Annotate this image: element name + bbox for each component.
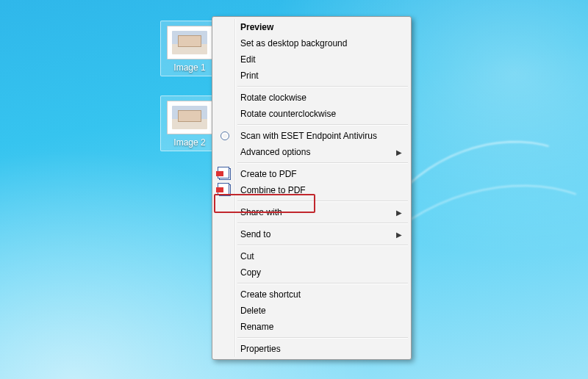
menu-item-label: Create shortcut <box>240 289 301 300</box>
menu-item-create-to-pdf[interactable]: Create to PDF <box>214 166 409 182</box>
menu-item-set-desktop-background[interactable]: Set as desktop background <box>214 35 409 51</box>
context-menu: Preview Set as desktop background Edit P… <box>212 16 412 360</box>
menu-item-rename[interactable]: Rename <box>214 319 409 335</box>
menu-item-label: Scan with ESET Endpoint Antivirus <box>240 131 377 141</box>
menu-item-label: Preview <box>240 22 273 32</box>
menu-separator <box>237 245 408 246</box>
menu-item-copy[interactable]: Copy <box>214 264 409 281</box>
menu-item-label: Properties <box>240 344 281 354</box>
menu-item-properties[interactable]: Properties <box>214 341 409 357</box>
menu-item-label: Cut <box>240 251 254 261</box>
menu-item-label: Copy <box>240 267 261 278</box>
menu-item-label: Edit <box>240 54 256 65</box>
menu-separator <box>237 86 408 87</box>
menu-item-edit[interactable]: Edit <box>214 51 409 68</box>
menu-item-send-to[interactable]: Send to ▶ <box>214 226 409 242</box>
menu-item-label: Send to <box>240 229 270 239</box>
menu-item-label: Rename <box>240 322 273 332</box>
menu-item-advanced-options[interactable]: Advanced options ▶ <box>214 144 409 160</box>
menu-item-combine-to-pdf[interactable]: Combine to PDF <box>214 182 409 198</box>
menu-item-preview[interactable]: Preview <box>214 19 409 35</box>
menu-item-label: Rotate clockwise <box>240 93 306 103</box>
pdf-icon <box>219 168 231 180</box>
menu-item-delete[interactable]: Delete <box>214 303 409 319</box>
menu-item-cut[interactable]: Cut <box>214 248 409 264</box>
menu-item-print[interactable]: Print <box>214 68 409 84</box>
image-thumbnail <box>167 26 212 59</box>
menu-item-share-with[interactable]: Share with ▶ <box>214 204 409 220</box>
submenu-arrow-icon: ▶ <box>396 231 402 239</box>
menu-separator <box>237 201 408 202</box>
desktop-icon-label: Image 2 <box>161 137 218 148</box>
menu-separator <box>237 124 408 126</box>
menu-item-label: Delete <box>240 306 266 316</box>
submenu-arrow-icon: ▶ <box>396 209 402 217</box>
menu-item-label: Share with <box>240 207 282 217</box>
eset-icon <box>219 130 231 142</box>
desktop-icon-label: Image 1 <box>161 62 218 73</box>
desktop-icon-image1[interactable]: Image 1 <box>160 21 219 76</box>
menu-item-label: Set as desktop background <box>240 38 347 48</box>
menu-item-create-shortcut[interactable]: Create shortcut <box>214 286 409 303</box>
menu-item-label: Create to PDF <box>240 169 297 179</box>
desktop-icon-image2[interactable]: Image 2 <box>160 95 219 151</box>
menu-item-rotate-clockwise[interactable]: Rotate clockwise <box>214 90 409 106</box>
menu-item-label: Rotate counterclockwise <box>240 109 336 119</box>
menu-separator <box>237 162 408 164</box>
menu-item-label: Combine to PDF <box>240 185 306 195</box>
desktop[interactable]: Image 1 Image 2 Preview Set as desktop b… <box>0 0 588 379</box>
menu-separator <box>237 283 408 284</box>
image-thumbnail <box>167 101 212 134</box>
menu-item-scan-eset[interactable]: Scan with ESET Endpoint Antivirus <box>214 128 409 144</box>
submenu-arrow-icon: ▶ <box>396 148 402 156</box>
pdf-icon <box>219 184 231 196</box>
menu-separator <box>237 337 408 339</box>
menu-separator <box>237 223 408 224</box>
menu-item-rotate-counterclockwise[interactable]: Rotate counterclockwise <box>214 106 409 122</box>
menu-item-label: Print <box>240 71 259 81</box>
menu-item-label: Advanced options <box>240 147 310 157</box>
